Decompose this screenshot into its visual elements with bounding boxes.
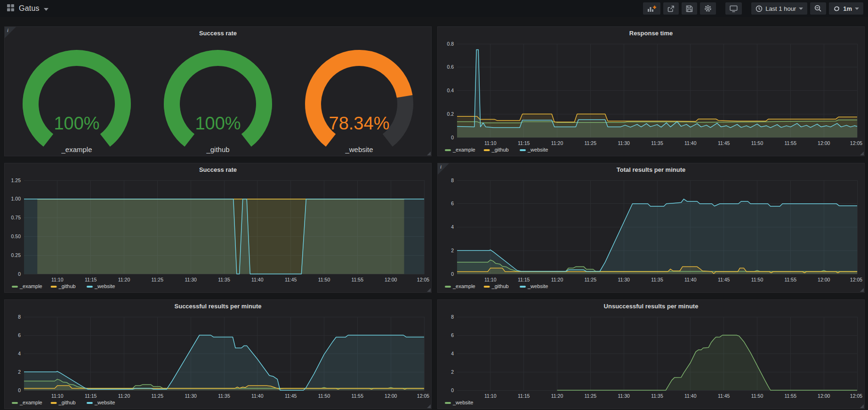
panel-resize-handle[interactable] (860, 152, 864, 155)
panel-title[interactable]: Unsuccessful results per minute (438, 300, 864, 312)
zoom-out-icon (814, 5, 822, 12)
line-chart[interactable]: 0246811:1011:1511:2011:2511:3011:3511:40… (438, 176, 864, 292)
share-button[interactable] (663, 2, 679, 15)
legend-label[interactable]: _github (491, 147, 509, 153)
x-tick-label: 12:05 (850, 277, 862, 282)
x-tick-label: 11:35 (218, 277, 230, 282)
zoom-out-button[interactable] (810, 2, 826, 15)
legend-label[interactable]: _website (94, 400, 115, 405)
panel-title[interactable]: Response time (438, 27, 864, 39)
legend-swatch[interactable] (484, 286, 490, 288)
x-tick-label: 12:05 (850, 140, 862, 146)
line-chart[interactable]: 00.250.500.751.001.2511:1011:1511:2011:2… (5, 176, 431, 292)
panel-resize-handle[interactable] (427, 152, 431, 155)
legend-swatch[interactable] (87, 402, 93, 404)
legend-label[interactable]: _example (19, 400, 42, 405)
chart-svg[interactable]: 0246811:1011:1511:2011:2511:3011:3511:40… (5, 312, 431, 408)
gauge-_website: 78.34%_website (289, 39, 430, 156)
legend-label[interactable]: _website (94, 283, 115, 289)
x-tick-label: 11:10 (484, 140, 497, 146)
legend-label[interactable]: _github (58, 400, 76, 405)
save-button[interactable] (682, 2, 697, 15)
gauge-chart[interactable]: 100%_example100%_github78.34%_website (5, 39, 431, 155)
x-tick-label: 11:15 (85, 393, 97, 399)
panel-unsuccessful-results: Unsuccessful results per minute 0246811:… (437, 299, 865, 409)
legend-swatch[interactable] (520, 149, 526, 151)
panel-resize-handle[interactable] (860, 288, 864, 292)
x-tick-label: 11:20 (118, 277, 130, 282)
x-tick-label: 11:35 (651, 140, 663, 146)
refresh-icon (833, 5, 840, 12)
panel-title[interactable]: Total results per minute (438, 163, 864, 176)
series-fill (24, 335, 424, 390)
legend-swatch[interactable] (484, 149, 490, 151)
line-chart[interactable]: 00.20.40.60.811:1011:1511:2011:2511:3011… (438, 39, 864, 155)
clock-icon (755, 5, 763, 12)
panel-resize-handle[interactable] (860, 404, 864, 408)
x-tick-label: 11:10 (484, 277, 497, 282)
chart-svg[interactable]: 0246811:1011:1511:2011:2511:3011:3511:40… (438, 176, 864, 292)
legend-label[interactable]: _example (452, 147, 475, 153)
add-panel-button[interactable] (643, 2, 660, 15)
x-tick-label: 12:00 (818, 277, 830, 282)
x-tick-label: 11:40 (684, 277, 697, 282)
y-tick-label: 0 (18, 271, 21, 277)
legend-swatch[interactable] (12, 286, 18, 288)
panel-info-icon[interactable]: i (438, 163, 449, 175)
legend-label[interactable]: _example (19, 283, 42, 289)
x-tick-label: 11:30 (618, 393, 630, 399)
panel-info-icon[interactable]: i (5, 27, 16, 38)
caret-down-icon[interactable] (44, 4, 48, 13)
time-range-picker[interactable]: Last 1 hour (751, 2, 807, 15)
x-tick-label: 11:50 (318, 393, 330, 399)
x-tick-label: 11:55 (785, 140, 797, 146)
legend-label[interactable]: _website (527, 147, 548, 153)
x-tick-label: 11:45 (285, 393, 297, 399)
series-fill (24, 199, 424, 274)
legend-swatch[interactable] (445, 402, 451, 404)
x-tick-label: 11:45 (718, 393, 730, 399)
x-tick-label: 11:15 (518, 277, 530, 282)
line-chart[interactable]: 0246811:1011:1511:2011:2511:3011:3511:40… (5, 312, 431, 408)
legend-swatch[interactable] (51, 286, 57, 288)
panel-title[interactable]: Success rate (5, 27, 431, 39)
x-tick-label: 11:55 (785, 393, 797, 399)
x-tick-label: 11:55 (352, 393, 364, 399)
settings-button[interactable] (700, 2, 716, 15)
dashboard-title[interactable]: Gatus (19, 4, 40, 13)
x-tick-label: 11:20 (118, 393, 130, 399)
panel-success-rate-timeseries: Success rate 00.250.500.751.001.2511:101… (4, 163, 432, 293)
x-tick-label: 12:05 (417, 277, 429, 282)
panel-title[interactable]: Success rate (5, 163, 431, 176)
y-tick-label: 0 (451, 135, 454, 140)
legend-label[interactable]: _example (452, 283, 475, 289)
refresh-button[interactable]: 1m (829, 2, 863, 15)
panel-resize-handle[interactable] (427, 404, 431, 408)
legend-label[interactable]: _website (452, 400, 473, 405)
legend-swatch[interactable] (445, 149, 451, 151)
legend-swatch[interactable] (51, 402, 57, 404)
legend-label[interactable]: _github (58, 283, 76, 289)
apps-grid-icon[interactable] (7, 4, 15, 14)
chart-svg[interactable]: 00.20.40.60.811:1011:1511:2011:2511:3011… (438, 39, 864, 155)
legend-swatch[interactable] (445, 286, 451, 288)
y-tick-label: 4 (451, 224, 454, 230)
chart-svg[interactable]: 00.250.500.751.001.2511:1011:1511:2011:2… (5, 176, 431, 292)
chart-svg[interactable]: 0246811:1011:1511:2011:2511:3011:3511:40… (438, 312, 864, 408)
x-tick-label: 11:30 (185, 393, 197, 399)
legend-swatch[interactable] (12, 402, 18, 404)
x-tick-label: 11:10 (51, 277, 64, 282)
panel-resize-handle[interactable] (427, 288, 431, 292)
legend-label[interactable]: _website (527, 283, 548, 289)
x-tick-label: 11:25 (152, 277, 164, 282)
legend-swatch[interactable] (520, 286, 526, 288)
line-chart[interactable]: 0246811:1011:1511:2011:2511:3011:3511:40… (438, 312, 864, 408)
cycle-view-button[interactable] (725, 2, 742, 15)
y-tick-label: 4 (451, 351, 454, 356)
legend-swatch[interactable] (87, 286, 93, 288)
y-tick-label: 0.6 (447, 64, 454, 70)
plus-icon (653, 6, 656, 9)
legend-label[interactable]: _github (491, 283, 509, 289)
time-range-label: Last 1 hour (765, 5, 796, 12)
panel-title[interactable]: Successful results per minute (5, 300, 431, 312)
